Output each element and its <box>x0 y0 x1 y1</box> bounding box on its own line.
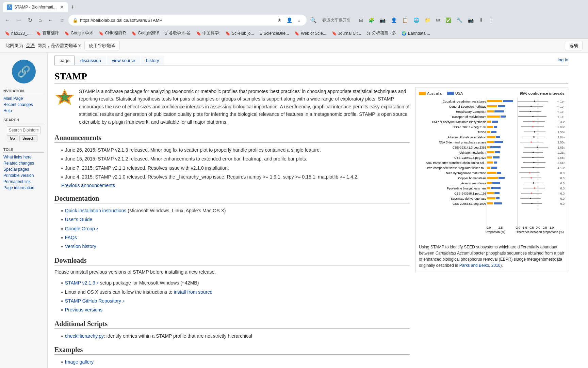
chart-caption: Using STAMP to identify SEED subsystems … <box>419 244 565 269</box>
sidebar-item-what-links-here[interactable]: What links here <box>3 154 44 160</box>
svg-text:< 1e-15: < 1e-15 <box>557 105 565 108</box>
toolbar-icon-3[interactable]: 📋 <box>401 17 409 24</box>
page-tabs: page discussion view source history <box>54 53 165 65</box>
bookmark-item[interactable]: EScienceDire... <box>258 30 291 36</box>
bookmark-item[interactable]: 🔖百度翻译 <box>34 30 61 37</box>
browser-tab[interactable]: S STAMP - Bioinformati... ✕ <box>3 2 68 12</box>
address-bar[interactable]: 🔒 https://beikolab.cs.dal.ca/software/ST… <box>68 15 307 26</box>
svg-rect-44 <box>487 192 494 194</box>
toolbar-icon-1[interactable]: 📷 <box>378 17 387 24</box>
bookmark-label: Sci-Hub jo... <box>232 31 254 36</box>
bookmark-star-icon[interactable]: ★ <box>276 17 283 24</box>
search-section-title: Search <box>3 118 44 123</box>
translate-button[interactable]: 使用谷歌翻译 <box>84 41 120 50</box>
quick-install-link[interactable]: Quick installation instructions <box>65 208 127 213</box>
svg-text:CMP-N-acetyIneuraminate Biosyn: CMP-N-acetyIneuraminate Biosynthesis <box>432 120 486 124</box>
sidebar-logo: 🔗 <box>0 56 47 87</box>
users-guide-link[interactable]: User's Guide <box>65 217 92 222</box>
tab-history[interactable]: history <box>141 56 164 65</box>
expand-icon[interactable]: ⌄ <box>296 17 303 24</box>
documentation-heading: Documentation <box>54 195 410 203</box>
bookmark-item[interactable]: 🌍Earthdata ... <box>399 30 432 36</box>
bookmark-item[interactable]: 分分析项目 - 多 <box>364 30 398 37</box>
home-button[interactable]: ⌂ <box>36 16 44 25</box>
google-group-link[interactable]: Google Group <box>65 226 98 231</box>
back-button-2[interactable]: ← <box>46 16 55 25</box>
bookmark-item[interactable]: 🔖hao123_... <box>3 30 33 36</box>
log-in-link[interactable]: log in <box>558 57 568 62</box>
reload-button[interactable]: ↻ <box>26 16 34 25</box>
version-history-link[interactable]: Version history <box>65 244 96 249</box>
puzzle-icon[interactable]: 🧩 <box>367 17 376 24</box>
download-icon[interactable]: ⬇ <box>478 17 485 24</box>
bookmark-item[interactable]: S谷歌学术-谷 <box>163 30 193 37</box>
svg-point-97 <box>532 116 534 117</box>
toolbar-icon-2[interactable]: 👤 <box>390 17 398 24</box>
go-button[interactable]: Go <box>7 135 18 141</box>
bookmark-label: CNKI翻译R <box>105 30 126 36</box>
tab-close-btn[interactable]: ✕ <box>60 4 64 10</box>
sidebar-item-special-pages[interactable]: Special pages <box>3 166 44 172</box>
sidebar-item-page-information[interactable]: Page information <box>3 185 44 191</box>
svg-text:2.21e-3: 2.21e-3 <box>557 151 565 154</box>
favorite-button[interactable]: ☆ <box>58 16 66 25</box>
toolbar-icon-8[interactable]: 🔧 <box>455 17 464 24</box>
search-input[interactable] <box>7 126 40 134</box>
sidebar-item-permanent-link[interactable]: Permanent link <box>3 179 44 185</box>
toolbar-icon-6[interactable]: ✉ <box>435 17 441 24</box>
bookmark-item[interactable]: 🔖Web of Scie... <box>292 30 328 36</box>
bookmark-favicon: 🔖 <box>332 31 337 36</box>
translation-prefix: 此网页为 <box>5 43 23 49</box>
profile-icon-btn[interactable]: 👤 <box>285 17 294 24</box>
new-tab-button[interactable]: + <box>68 2 77 12</box>
check-hierarchy-link[interactable]: checkHierarchy.py <box>65 333 104 339</box>
navigation-title: Nvigation <box>3 89 44 94</box>
sidebar-item-recent-changes[interactable]: Recent changes <box>3 102 44 108</box>
bookmark-item[interactable]: 🔖Google翻译 <box>129 30 161 37</box>
search-icon-btn[interactable]: 🔍 <box>309 16 318 24</box>
bookmark-item[interactable]: 🔖Journal Cit... <box>330 30 363 36</box>
image-gallery-link[interactable]: Image gallery <box>65 359 94 365</box>
stamp-v213-link[interactable]: STAMP v2.1.3 <box>65 280 99 286</box>
svg-point-109 <box>537 147 538 148</box>
github-repo-link[interactable]: STAMP GitHub Repository <box>65 298 125 304</box>
svg-rect-59 <box>494 162 497 164</box>
grid-icon[interactable]: ⊞ <box>358 17 364 24</box>
toolbar-icon-4[interactable]: 🌐 <box>412 17 421 24</box>
toolbar-icon-5[interactable]: 📁 <box>423 17 432 24</box>
sidebar-item-printable-version[interactable]: Printable version <box>3 172 44 179</box>
wiki-header: page discussion view source history log … <box>54 53 568 65</box>
bookmark-item[interactable]: 🔖Google 学术 <box>62 30 95 37</box>
toolbar-icon-7[interactable]: ✅ <box>444 17 453 24</box>
forward-button[interactable]: → <box>14 16 24 25</box>
prev-versions-link[interactable]: Previous versions <box>65 307 103 312</box>
svg-text:0.016: 0.016 <box>560 187 565 190</box>
search-button[interactable]: Search <box>19 135 37 141</box>
sidebar-item-main-page[interactable]: Main Page <box>3 95 44 102</box>
faqs-link[interactable]: FAQs <box>65 235 77 240</box>
install-from-source-link[interactable]: install from source <box>174 289 213 295</box>
sidebar-item-help[interactable]: Help <box>3 108 44 114</box>
bookmark-item[interactable]: 🔖CNKI翻译R <box>97 30 128 37</box>
back-button[interactable]: ← <box>3 16 12 25</box>
svg-point-121 <box>530 177 532 179</box>
bookmark-item[interactable]: 🔖Sci-Hub jo... <box>223 30 256 36</box>
tab-view-source[interactable]: view source <box>107 56 141 65</box>
bookmark-item[interactable]: 🔖中国科学: <box>194 30 222 37</box>
chart-legend: Australia USA <box>419 91 463 95</box>
translation-options-button[interactable]: 选项 <box>565 41 583 50</box>
svg-text:CBS-159087.4.peg.2189: CBS-159087.4.peg.2189 <box>453 125 486 129</box>
menu-icon[interactable]: ⋮ <box>487 17 495 24</box>
svg-text:0.023: 0.023 <box>560 192 565 195</box>
svg-point-91 <box>534 101 535 102</box>
tab-page[interactable]: page <box>54 56 75 65</box>
lang-link[interactable]: 英语 <box>26 43 35 49</box>
sidebar-item-related-changes[interactable]: Related changes <box>3 160 44 166</box>
tab-discussion[interactable]: discussion <box>75 56 106 65</box>
citation-link[interactable]: Parks and Beiko, 2010 <box>459 263 501 268</box>
svg-text:2.5: 2.5 <box>499 226 503 229</box>
svg-text:CBS-393141.3.peg.2365: CBS-393141.3.peg.2365 <box>453 146 486 149</box>
prev-announcements-link[interactable]: Previous announcements <box>61 183 115 188</box>
toolbar-icon-9[interactable]: 📷 <box>467 17 475 24</box>
svg-text:Proportion (%): Proportion (%) <box>486 230 505 234</box>
